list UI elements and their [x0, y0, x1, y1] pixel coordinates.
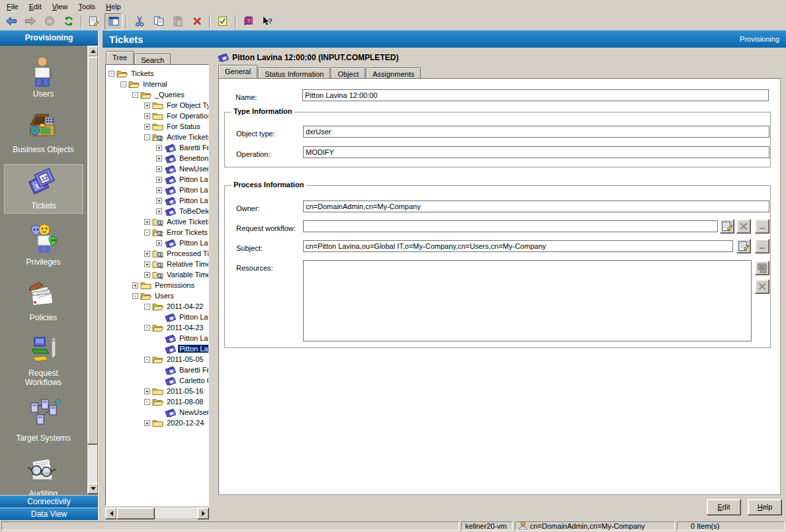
- sidebar-group-data-view[interactable]: Data View: [0, 508, 98, 520]
- tree-node[interactable]: +Pitton Lav: [106, 185, 208, 195]
- expand-icon[interactable]: +: [144, 103, 150, 109]
- resources-list-button[interactable]: [755, 261, 769, 275]
- expand-icon[interactable]: +: [156, 198, 162, 204]
- tree-node[interactable]: +Baretti Fr: [106, 142, 208, 153]
- request-workflow-clear-button[interactable]: [736, 219, 751, 234]
- tree-node[interactable]: +For Status: [106, 121, 208, 132]
- tree-node[interactable]: +ToBeDelet: [106, 206, 208, 216]
- request-workflow-browse-button[interactable]: ...: [755, 219, 769, 234]
- tree-node[interactable]: +NewUserI: [106, 163, 208, 174]
- tree-node[interactable]: +2011-05-16: [106, 386, 208, 396]
- menu-view[interactable]: View: [47, 1, 73, 12]
- collapse-icon[interactable]: -: [132, 92, 138, 98]
- forward-button[interactable]: [21, 13, 39, 30]
- sidebar-item-target-systems[interactable]: Target Systems: [0, 397, 87, 445]
- tree-node[interactable]: -2011-05-05: [106, 354, 208, 365]
- expand-icon[interactable]: +: [144, 113, 150, 119]
- cut-button[interactable]: [130, 13, 148, 30]
- expand-icon[interactable]: +: [144, 420, 150, 426]
- tree-node[interactable]: -Error Tickets: [106, 227, 208, 238]
- book-button[interactable]: ?: [240, 13, 257, 30]
- scroll-right-button[interactable]: [197, 508, 209, 519]
- collapse-icon[interactable]: -: [109, 71, 114, 77]
- expand-icon[interactable]: +: [144, 388, 150, 394]
- expand-icon[interactable]: +: [144, 124, 150, 130]
- context-help-button[interactable]: ?: [259, 13, 277, 30]
- copy-button[interactable]: [150, 13, 167, 30]
- expand-icon[interactable]: +: [156, 187, 162, 193]
- scroll-left-button[interactable]: [105, 508, 117, 519]
- name-field[interactable]: [302, 89, 769, 101]
- tab-general[interactable]: General: [218, 65, 257, 78]
- tree-tab-tree[interactable]: Tree: [106, 51, 134, 64]
- tree-node[interactable]: +Pitton Lav: [106, 238, 208, 248]
- tree-node[interactable]: -Internal: [106, 79, 208, 89]
- request-workflow-field[interactable]: [303, 220, 718, 232]
- expand-icon[interactable]: +: [156, 240, 162, 246]
- delete-button[interactable]: [188, 13, 206, 30]
- expand-icon[interactable]: +: [144, 219, 150, 225]
- menu-file[interactable]: File: [1, 1, 24, 12]
- resources-field[interactable]: [303, 260, 752, 341]
- tree-node[interactable]: +Permissions: [106, 280, 208, 290]
- tree-node[interactable]: +Benetton: [106, 153, 208, 163]
- collapse-icon[interactable]: -: [144, 134, 150, 140]
- subject-field[interactable]: [303, 240, 733, 252]
- expand-icon[interactable]: +: [156, 145, 162, 151]
- expand-icon[interactable]: +: [144, 251, 150, 257]
- tree-node[interactable]: -_Queries: [106, 89, 208, 100]
- help-button[interactable]: Help: [748, 499, 782, 515]
- menu-edit[interactable]: Edit: [24, 1, 47, 12]
- tree-node[interactable]: +For Object Ty: [106, 100, 208, 111]
- tree-node[interactable]: +Baretti Fr: [106, 365, 208, 375]
- collapse-icon[interactable]: -: [144, 325, 150, 331]
- tree-node[interactable]: -Tickets: [106, 68, 208, 79]
- stop-button[interactable]: [40, 13, 58, 30]
- tree-node[interactable]: +Pitton Lav: [106, 174, 208, 185]
- paste-button[interactable]: [169, 13, 187, 30]
- tree-node[interactable]: +Variable Time: [106, 269, 208, 280]
- collapse-icon[interactable]: -: [132, 293, 138, 299]
- sidebar-item-auditing[interactable]: Auditing: [0, 453, 87, 495]
- expand-icon[interactable]: +: [156, 177, 162, 183]
- scrollbar-thumb[interactable]: [116, 508, 155, 519]
- tree-node[interactable]: -2011-04-22: [106, 301, 208, 312]
- sidebar-item-request-workflows[interactable]: Request Workflows: [0, 332, 87, 390]
- expand-icon[interactable]: +: [144, 272, 150, 278]
- notes-button[interactable]: [214, 13, 232, 30]
- expand-icon[interactable]: +: [132, 283, 138, 288]
- expand-icon[interactable]: +: [144, 261, 150, 267]
- tree-horizontal-scrollbar[interactable]: [105, 508, 209, 518]
- tree-node[interactable]: -Users: [106, 290, 208, 301]
- collapse-icon[interactable]: -: [120, 81, 126, 87]
- tree-node[interactable]: +Relative Time: [106, 259, 208, 269]
- tree-node[interactable]: +Active Tickets: [106, 216, 208, 227]
- tree-node[interactable]: -2011-04-23: [106, 322, 208, 333]
- subject-browse-button[interactable]: ...: [755, 239, 769, 253]
- menu-help[interactable]: Help: [101, 1, 126, 12]
- scrollbar-thumb[interactable]: [87, 56, 98, 445]
- tree-node[interactable]: +Processed Tic: [106, 248, 208, 259]
- tree-node[interactable]: +Pitton Lav: [106, 333, 208, 343]
- tree-node[interactable]: -2011-08-08: [106, 396, 208, 407]
- expand-icon[interactable]: +: [156, 155, 162, 161]
- object-type-field[interactable]: [303, 126, 769, 138]
- collapse-icon[interactable]: -: [144, 230, 150, 236]
- expand-icon[interactable]: +: [156, 166, 162, 172]
- request-workflow-properties-button[interactable]: [720, 219, 734, 234]
- sidebar-item-policies[interactable]: Policies: [0, 277, 87, 325]
- scroll-up-button[interactable]: [87, 46, 98, 57]
- tree-node[interactable]: +For Operation: [106, 111, 208, 121]
- owner-field[interactable]: [303, 200, 769, 212]
- tree-node[interactable]: +2020-12-24: [106, 418, 208, 428]
- operation-field[interactable]: [303, 146, 769, 158]
- tree-node[interactable]: -Active Tickets: [106, 132, 208, 142]
- sidebar-item-users[interactable]: Users: [0, 53, 87, 101]
- back-button[interactable]: [2, 13, 20, 30]
- subject-properties-button[interactable]: [736, 239, 751, 253]
- sidebar-item-privileges[interactable]: Privileges: [0, 221, 87, 269]
- sidebar-scrollbar[interactable]: [87, 46, 97, 494]
- properties-button[interactable]: [85, 13, 103, 30]
- tree-node[interactable]: +NewUserI: [106, 407, 208, 418]
- tree-node[interactable]: +Pitton Lav: [106, 312, 208, 322]
